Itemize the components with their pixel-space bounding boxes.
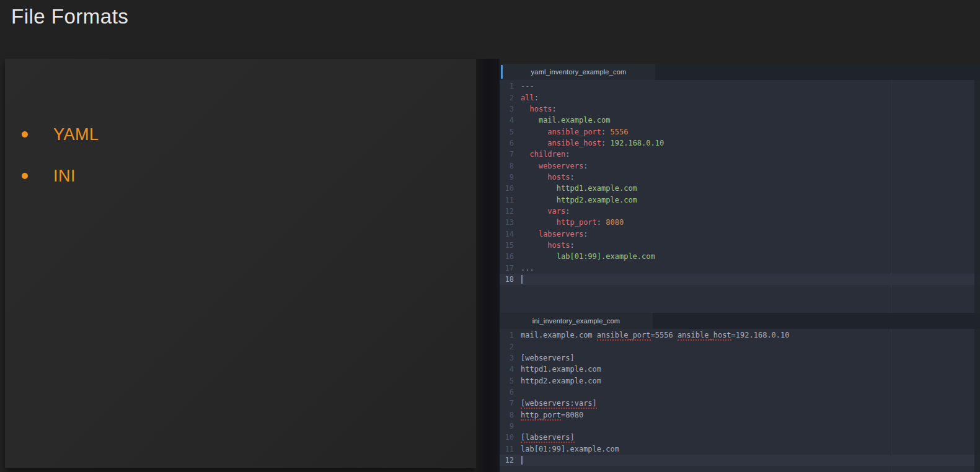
code-text: lab[01:99].example.com — [521, 252, 655, 261]
code-line[interactable]: 7 children: — [500, 149, 980, 160]
code-line[interactable]: 9 hosts: — [500, 172, 980, 183]
yaml-tab-bar: yaml_inventory_example_com — [500, 64, 980, 80]
bullet-panel: YAML INI — [5, 59, 476, 468]
yaml-code-editor[interactable]: 1---2all:3 hosts:4 mail.example.com5 ans… — [500, 80, 980, 313]
code-line[interactable]: 4httpd1.example.com — [500, 364, 980, 375]
code-text: http_port: 8080 — [521, 218, 624, 227]
code-text: labservers: — [521, 230, 588, 238]
code-text: [webservers] — [521, 354, 575, 362]
text-cursor — [521, 456, 523, 465]
code-line[interactable]: 12 vars: — [500, 206, 980, 217]
line-number: 10 — [500, 184, 517, 193]
code-line[interactable]: 4 mail.example.com — [500, 115, 980, 126]
line-number: 11 — [500, 445, 517, 453]
tab-yaml-inventory[interactable]: yaml_inventory_example_com — [502, 64, 655, 80]
code-line[interactable]: 1mail.example.com ansible_port=5556 ansi… — [500, 330, 980, 341]
code-line[interactable]: 18 — [500, 274, 980, 285]
line-number: 2 — [500, 94, 517, 102]
scrollbar-track[interactable] — [974, 80, 980, 313]
code-text: httpd1.example.com — [521, 365, 601, 374]
line-number: 6 — [500, 388, 517, 396]
yaml-editor-panel: yaml_inventory_example_com 1---2all:3 ho… — [500, 64, 980, 313]
bullet-dot-icon — [22, 131, 28, 138]
code-text: hosts: — [521, 105, 557, 113]
code-text: all: — [521, 94, 539, 102]
page-title: File Formats — [11, 5, 128, 28]
line-number: 8 — [500, 162, 517, 170]
code-line[interactable]: 15 hosts: — [500, 240, 980, 251]
code-text: hosts: — [521, 173, 575, 181]
line-number: 13 — [500, 218, 517, 227]
code-line[interactable]: 2all: — [500, 92, 980, 103]
code-line[interactable]: 3[webservers] — [500, 352, 980, 364]
code-line[interactable]: 13 http_port: 8080 — [500, 217, 980, 228]
code-line[interactable]: 6 — [500, 387, 980, 398]
line-number: 15 — [500, 241, 517, 250]
line-number: 7 — [500, 399, 517, 408]
line-number: 5 — [500, 377, 517, 385]
code-text: http_port=8080 — [521, 411, 583, 419]
code-text: mail.example.com — [521, 116, 611, 125]
code-line[interactable]: 8 webservers: — [500, 160, 980, 171]
code-line[interactable]: 3 hosts: — [500, 103, 980, 115]
line-number: 8 — [500, 411, 517, 419]
code-text: ... — [521, 264, 534, 273]
bullet-label-yaml: YAML — [53, 125, 99, 144]
code-line[interactable]: 5 ansible_port: 5556 — [500, 126, 980, 137]
line-number: 7 — [500, 150, 517, 159]
code-line[interactable]: 1--- — [500, 81, 980, 92]
code-line[interactable]: 9 — [500, 421, 980, 432]
code-text: children: — [521, 150, 570, 159]
yaml-code-lines: 1---2all:3 hosts:4 mail.example.com5 ans… — [500, 80, 980, 285]
code-text: hosts: — [521, 241, 575, 250]
line-number: 1 — [500, 82, 517, 90]
line-number: 17 — [500, 264, 517, 273]
code-line[interactable]: 14 labservers: — [500, 228, 980, 239]
bullet-label-ini: INI — [53, 167, 76, 186]
code-line[interactable]: 8http_port=8080 — [500, 409, 980, 420]
line-number: 9 — [500, 173, 517, 181]
line-number: 1 — [500, 331, 517, 339]
ini-code-lines: 1mail.example.com ansible_port=5556 ansi… — [500, 329, 980, 466]
line-number: 10 — [500, 433, 517, 442]
code-line[interactable]: 5httpd2.example.com — [500, 375, 980, 386]
line-number: 4 — [500, 365, 517, 374]
code-line[interactable]: 2 — [500, 341, 980, 352]
code-line[interactable]: 16 lab[01:99].example.com — [500, 251, 980, 262]
line-number: 3 — [500, 105, 517, 113]
code-line[interactable]: 10[labservers] — [500, 432, 980, 443]
code-line[interactable]: 11lab[01:99].example.com — [500, 443, 980, 454]
ini-code-editor[interactable]: 1mail.example.com ansible_port=5556 ansi… — [500, 329, 980, 472]
line-number: 9 — [500, 422, 517, 430]
code-line[interactable]: 17... — [500, 263, 980, 274]
scrollbar-track[interactable] — [974, 329, 980, 472]
code-line[interactable]: 7[webservers:vars] — [500, 398, 980, 409]
code-text: httpd2.example.com — [521, 377, 601, 385]
line-number: 11 — [500, 196, 517, 204]
line-number: 14 — [500, 230, 517, 238]
tab-label: yaml_inventory_example_com — [531, 68, 627, 76]
code-text: [labservers] — [521, 433, 575, 442]
code-text: httpd2.example.com — [521, 196, 637, 204]
code-text: [webservers:vars] — [521, 399, 597, 408]
code-line[interactable]: 6 ansible_host: 192.168.0.10 — [500, 138, 980, 149]
code-text — [521, 275, 523, 284]
line-number: 6 — [500, 139, 517, 147]
ini-editor-panel: ini_inventory_example_com 1mail.example.… — [500, 313, 980, 472]
code-text: vars: — [521, 207, 570, 216]
line-number: 5 — [500, 128, 517, 136]
code-line[interactable]: 12 — [500, 455, 980, 466]
panel-shadow — [476, 59, 500, 472]
code-line[interactable]: 11 httpd2.example.com — [500, 194, 980, 205]
code-line[interactable]: 10 httpd1.example.com — [500, 183, 980, 194]
bullet-item-yaml: YAML — [5, 120, 99, 149]
active-pane-indicator — [501, 65, 503, 79]
line-number: 12 — [500, 207, 517, 216]
code-text: mail.example.com ansible_port=5556 ansib… — [521, 331, 790, 339]
line-number: 3 — [500, 354, 517, 362]
code-text: webservers: — [521, 162, 588, 170]
tab-ini-inventory[interactable]: ini_inventory_example_com — [500, 313, 653, 329]
code-text: httpd1.example.com — [521, 184, 637, 193]
tab-label: ini_inventory_example_com — [532, 317, 620, 325]
slide: File Formats YAML INI yaml_inventory_exa… — [0, 0, 980, 472]
